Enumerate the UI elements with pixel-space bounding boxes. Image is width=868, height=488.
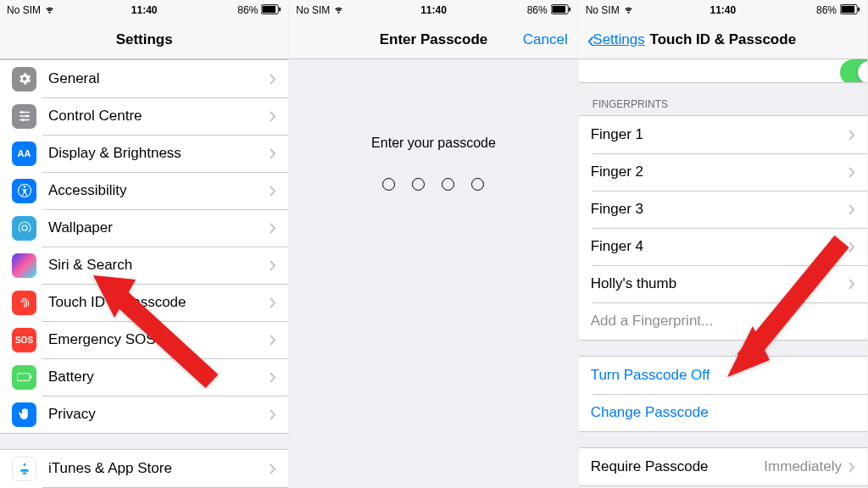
row-itunes[interactable]: iTunes & App Store xyxy=(0,450,288,487)
clock: 11:40 xyxy=(131,4,158,16)
row-require-passcode[interactable]: Require PasscodeImmediately xyxy=(579,448,867,485)
gear-icon xyxy=(12,67,36,92)
chevron-right-icon xyxy=(849,200,855,219)
chevron-right-icon xyxy=(270,368,276,387)
chevron-right-icon xyxy=(270,256,276,275)
chevron-right-icon xyxy=(270,405,276,424)
row-battery[interactable]: Battery xyxy=(0,358,288,396)
chevron-right-icon xyxy=(270,330,276,350)
nav-title: Touch ID & Passcode xyxy=(650,31,797,48)
svg-rect-6 xyxy=(19,115,30,117)
row-general[interactable]: General xyxy=(0,60,288,97)
row-finger[interactable]: Finger 4 xyxy=(579,228,867,265)
chevron-right-icon xyxy=(849,237,855,257)
screen-passcode: No SIM 11:40 86% Enter Passcode Cancel E… xyxy=(289,0,578,488)
carrier-label: No SIM xyxy=(7,4,41,16)
svg-rect-1 xyxy=(263,5,276,12)
chevron-right-icon xyxy=(270,69,276,89)
row-turn-passcode-off[interactable]: Turn Passcode Off xyxy=(579,357,867,394)
row-finger[interactable]: Finger 3 xyxy=(579,191,867,228)
control-centre-icon xyxy=(12,104,36,129)
row-add-fingerprint[interactable]: Add a Fingerprint... xyxy=(579,302,867,340)
passcode-dot xyxy=(471,178,484,191)
nav-bar: Settings xyxy=(0,20,288,59)
toggle-switch[interactable] xyxy=(840,59,867,83)
chevron-right-icon xyxy=(849,274,855,294)
screen-settings: No SIM 11:40 86% Settings General Contro… xyxy=(0,0,289,488)
svg-point-11 xyxy=(22,225,27,230)
svg-rect-8 xyxy=(19,119,30,121)
status-bar: No SIM 11:40 86% xyxy=(579,0,867,20)
accessibility-icon xyxy=(12,179,36,203)
row-touchid[interactable]: Touch ID & Passcode xyxy=(0,284,288,321)
nav-title: Enter Passcode xyxy=(380,31,488,48)
svg-rect-22 xyxy=(858,7,860,11)
passcode-dot xyxy=(382,178,395,191)
passcode-dot xyxy=(412,178,425,191)
appstore-icon xyxy=(12,457,36,481)
svg-rect-21 xyxy=(841,5,854,12)
hand-icon xyxy=(12,402,36,427)
fingerprint-icon xyxy=(12,291,36,315)
svg-rect-18 xyxy=(552,5,565,12)
battery-icon xyxy=(261,4,281,17)
row-wallpaper[interactable]: Wallpaper xyxy=(0,209,288,247)
chevron-right-icon xyxy=(270,144,276,164)
battery-percent: 86% xyxy=(237,4,258,16)
battery-icon xyxy=(840,4,860,17)
passcode-dot xyxy=(442,178,454,191)
row-display[interactable]: AADisplay & Brightness xyxy=(0,135,288,172)
chevron-right-icon xyxy=(270,181,276,201)
section-header-fingerprints: Fingerprints xyxy=(579,83,867,115)
chevron-right-icon xyxy=(270,459,276,479)
wifi-icon xyxy=(44,3,55,17)
chevron-right-icon xyxy=(270,219,276,238)
chevron-right-icon xyxy=(849,125,855,145)
battery-icon xyxy=(12,365,36,390)
chevron-right-icon xyxy=(849,163,855,182)
nav-title: Settings xyxy=(116,31,173,48)
back-button[interactable]: ‹Settings xyxy=(587,29,645,51)
row-change-passcode[interactable]: Change Passcode xyxy=(579,394,867,431)
svg-rect-2 xyxy=(280,7,281,11)
svg-rect-19 xyxy=(569,7,570,11)
chevron-right-icon xyxy=(270,107,276,126)
display-icon: AA xyxy=(12,141,36,166)
screen-touchid: No SIM 11:40 86% ‹Settings Touch ID & Pa… xyxy=(579,0,868,488)
wallpaper-icon xyxy=(12,216,36,241)
status-bar: No SIM 11:40 86% xyxy=(289,0,577,20)
passcode-dots[interactable] xyxy=(382,178,484,191)
nav-bar: Enter Passcode Cancel xyxy=(289,20,577,59)
wifi-icon xyxy=(623,3,634,17)
row-finger[interactable]: Finger 1 xyxy=(579,116,867,153)
battery-icon xyxy=(551,4,571,17)
row-sos[interactable]: SOSEmergency SOS xyxy=(0,321,288,358)
svg-point-10 xyxy=(23,186,25,188)
row-finger[interactable]: Finger 2 xyxy=(579,153,867,191)
row-accessibility[interactable]: Accessibility xyxy=(0,172,288,209)
svg-rect-12 xyxy=(17,374,30,380)
chevron-right-icon xyxy=(849,458,855,477)
row-control-centre[interactable]: Control Centre xyxy=(0,97,288,135)
row-finger[interactable]: Holly's thumb xyxy=(579,265,867,302)
siri-icon xyxy=(12,253,36,278)
status-bar: No SIM 11:40 86% xyxy=(0,0,288,20)
row-siri[interactable]: Siri & Search xyxy=(0,247,288,284)
row-privacy[interactable]: Privacy xyxy=(0,396,288,433)
svg-rect-13 xyxy=(30,375,31,378)
sos-icon: SOS xyxy=(12,328,36,352)
cancel-button[interactable]: Cancel xyxy=(523,31,568,48)
svg-rect-4 xyxy=(19,112,30,114)
nav-bar: ‹Settings Touch ID & Passcode xyxy=(579,20,867,59)
chevron-right-icon xyxy=(270,293,276,313)
passcode-prompt: Enter your passcode xyxy=(371,136,496,151)
wifi-icon xyxy=(333,3,344,17)
